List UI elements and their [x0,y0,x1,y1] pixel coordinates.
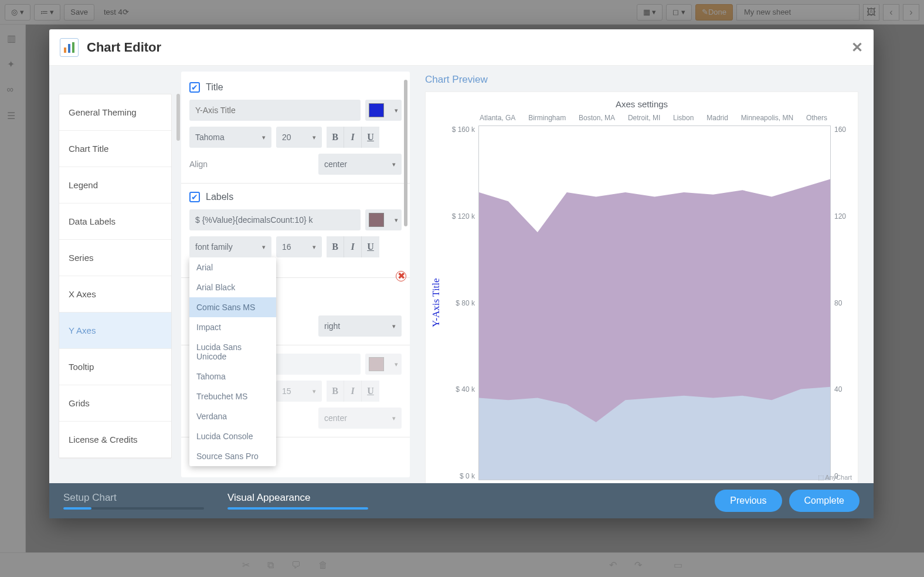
disabled-underline-button: U [362,381,379,402]
preview-panel: Chart Preview Axes settings Atlanta, GA … [410,66,874,483]
labels-format-input[interactable] [189,209,361,230]
chart-categories: Atlanta, GA Birmingham Boston, MA Detroi… [480,114,827,122]
title-align-label: Align [189,159,314,169]
disabled-size-select: 15▾ [276,381,322,402]
svg-rect-0 [64,47,66,53]
preview-heading: Chart Preview [425,74,858,86]
side-tabs: General Theming Chart Title Legend Data … [59,94,172,459]
font-option-verdana[interactable]: Verdana [189,406,276,426]
tab-legend[interactable]: Legend [59,167,171,203]
y-left-ticks: $ 160 k $ 120 k $ 80 k $ 40 k $ 0 k [444,125,478,480]
font-option-arial-black[interactable]: Arial Black [189,277,276,297]
svg-rect-2 [72,42,74,53]
chart-credit: ⬚ AnyChart [818,474,852,481]
y-axis-title-label: Y-Axis Title [430,125,442,480]
svg-rect-1 [68,44,70,53]
labels-size-select[interactable]: 16▾ [276,236,322,257]
chart-editor-modal: Chart Editor ✕ General Theming Chart Tit… [49,29,874,518]
disabled-color-picker: ▾ [365,354,402,375]
chart-plot-area [478,125,831,480]
title-checkbox[interactable]: ✔ [189,82,200,93]
step-setup-chart[interactable]: Setup Chart [63,492,204,510]
step-visual-appearance[interactable]: Visual Appearance [227,492,368,510]
y-right-ticks: 160 120 80 40 0 [831,125,853,480]
disabled-italic-button: I [344,381,362,402]
tab-tooltip[interactable]: Tooltip [59,349,171,385]
previous-button[interactable]: Previous [715,490,782,512]
tab-y-axes[interactable]: Y Axes [59,313,171,349]
tab-license-credits[interactable]: License & Credits [59,422,171,458]
title-color-swatch [369,103,384,117]
chart-title: Axes settings [430,99,853,109]
tab-x-axes[interactable]: X Axes [59,276,171,313]
font-option-trebuchet[interactable]: Trebuchet MS [189,386,276,406]
disabled-color-swatch [369,357,384,371]
title-section-label: Title [206,82,223,93]
labels-color-picker[interactable]: ▾ [365,209,402,230]
complete-button[interactable]: Complete [789,490,860,512]
font-option-arial[interactable]: Arial [189,257,276,277]
disabled-bold-button: B [327,381,344,402]
font-option-comic-sans[interactable]: Comic Sans MS [189,297,276,317]
labels-section-header: ✔ Labels [189,192,402,202]
labels-section-label: Labels [206,192,233,202]
title-italic-button[interactable]: I [344,127,362,148]
modal-title: Chart Editor [87,40,161,55]
title-underline-button[interactable]: U [362,127,379,148]
tab-chart-title[interactable]: Chart Title [59,131,171,167]
y-axis-title-input[interactable] [189,100,361,121]
chart-preview: Axes settings Atlanta, GA Birmingham Bos… [425,91,858,483]
tab-series[interactable]: Series [59,240,171,276]
title-section-header: ✔ Title [189,82,402,93]
tab-general-theming[interactable]: General Theming [59,94,171,131]
modal-header: Chart Editor ✕ [49,29,874,66]
disabled-align-select: center▾ [318,408,402,429]
modal-footer: Setup Chart Visual Appearance Previous C… [49,483,874,518]
title-bold-button[interactable]: B [327,127,344,148]
font-option-source-sans[interactable]: Source Sans Pro [189,446,276,466]
title-color-picker[interactable]: ▾ [365,100,402,121]
labels-checkbox[interactable]: ✔ [189,192,200,202]
delete-axis-button[interactable]: ✖ [396,271,406,281]
font-option-impact[interactable]: Impact [189,317,276,337]
y-axes-form: ✔ Title ▾ Tahoma▾ 20▾ B I U Al [181,72,410,477]
labels-italic-button[interactable]: I [344,236,362,257]
modal-close-button[interactable]: ✕ [851,39,863,56]
font-option-lucida-sans[interactable]: Lucida Sans Unicode [189,337,276,366]
title-size-select[interactable]: 20▾ [276,127,322,148]
tab-data-labels[interactable]: Data Labels [59,203,171,240]
title-align-select[interactable]: center▾ [318,154,402,175]
labels-color-swatch [369,213,384,227]
labels-font-select[interactable]: font family▾ [189,236,271,257]
chart-editor-logo [60,38,79,57]
hidden-align-select[interactable]: right▾ [318,315,402,337]
labels-bold-button[interactable]: B [327,236,344,257]
font-option-lucida-console[interactable]: Lucida Console [189,426,276,446]
tab-grids[interactable]: Grids [59,385,171,422]
labels-underline-button[interactable]: U [362,236,379,257]
font-option-tahoma[interactable]: Tahoma [189,366,276,386]
title-font-select[interactable]: Tahoma▾ [189,127,271,148]
font-family-dropdown: Arial Arial Black Comic Sans MS Impact L… [189,257,276,466]
